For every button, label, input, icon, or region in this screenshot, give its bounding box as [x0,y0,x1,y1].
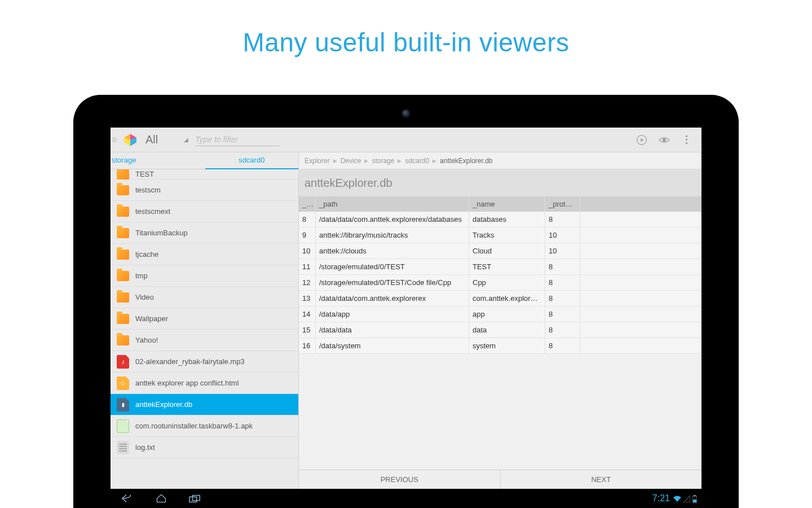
breadcrumb-segment[interactable]: storage [370,157,395,165]
file-name: TEST [135,170,154,178]
table-cell: Tracks [469,227,545,243]
file-row[interactable]: ♪02-alexander_rybak-fairytale.mp3 [111,351,298,373]
file-list-pane: storagesdcard0 TESTtestscmtestscmextTita… [111,152,299,489]
txt-icon [116,441,130,454]
android-nav-bar: 7:21 [111,489,701,508]
file-name: anttekExplorer.db [135,400,192,409]
folder-icon [116,312,130,326]
folder-icon [116,183,130,197]
column-header[interactable]: _id [299,196,316,212]
table-cell: 8 [545,275,580,290]
table-cell: 11 [299,259,316,274]
file-name: Wallpaper [135,314,168,323]
file-name: testscmext [135,207,170,216]
overflow-menu-icon[interactable] [676,135,698,145]
svg-rect-11 [192,495,200,500]
file-name: Yahoo! [135,336,158,344]
tablet-camera [402,110,410,117]
svg-rect-9 [686,142,687,144]
folder-icon [116,334,130,347]
file-row[interactable]: TitaniumBackup [111,222,298,244]
play-icon[interactable] [630,134,653,146]
table-cell: 12 [299,275,316,290]
svg-rect-14 [693,500,696,502]
tablet-frame: ≡ All ◢ storagesdcard0 TESTtestscmtestsc… [73,95,739,508]
app-icon[interactable] [123,133,138,147]
recents-button[interactable] [178,493,212,503]
table-cell: /data/data/com.anttek.explorerex [316,291,469,306]
breadcrumb-segment[interactable]: Device [339,157,363,165]
file-row[interactable]: tjcache [111,244,298,265]
tab-storage[interactable]: storage [111,152,205,169]
breadcrumb-segment[interactable]: anttekExplorer.db [439,157,493,165]
table-cell: 10 [545,243,580,259]
table-row[interactable]: 16/data/systemsystem8 [299,338,701,354]
file-row[interactable]: tmp [111,265,298,287]
column-header[interactable]: _name [469,196,545,212]
table-cell: 8 [545,259,580,274]
table-cell: anttek://library/music/tracks [316,227,469,243]
file-name: TitaniumBackup [135,229,188,237]
table-cell: 13 [299,291,316,306]
table-row[interactable]: 9anttek://library/music/tracksTracks10 [299,227,701,243]
file-name: 02-alexander_rybak-fairytale.mp3 [135,357,245,366]
status-clock: 7:21 [652,493,670,503]
db-title: anttekExplorer.db [299,169,701,196]
table-cell: 8 [545,212,580,227]
visibility-icon[interactable] [653,135,676,145]
folder-icon [116,226,130,240]
table-row[interactable]: 13/data/data/com.anttek.explorerexcom.an… [299,291,701,306]
filter-input[interactable] [195,133,280,146]
file-name: log.txt [135,443,155,452]
file-name: tmp [135,271,148,280]
table-cell: 8 [545,306,580,322]
table-row[interactable]: 10anttek://cloudsCloud10 [299,243,701,259]
previous-button[interactable]: PREVIOUS [299,470,501,489]
table-cell: /storage/emulated/0/TEST/Code file/Cpp [316,275,469,290]
breadcrumb-segment[interactable]: sdcard0 [404,157,430,165]
column-header[interactable]: _path [316,196,469,212]
file-row[interactable]: Video [111,287,298,308]
table-cell: data [469,322,545,338]
file-row[interactable]: Wallpaper [111,308,298,330]
category-spinner[interactable]: All [145,133,158,146]
folder-icon [116,169,130,181]
file-row[interactable]: testscmext [111,201,298,222]
file-row[interactable]: com.rootuninstaller.taskbarw8-1.apk [111,415,298,437]
table-row[interactable]: 14/data/appapp8 [299,306,701,322]
home-button[interactable] [144,493,178,504]
table-cell: 8 [545,338,580,353]
screen: ≡ All ◢ storagesdcard0 TESTtestscmtestsc… [111,128,701,508]
file-row[interactable]: Yahoo! [111,330,298,351]
file-row[interactable]: ▮anttekExplorer.db [111,394,298,415]
file-name: com.rootuninstaller.taskbarw8-1.apk [135,422,253,430]
drawer-toggle-icon[interactable]: ≡ [112,135,121,145]
viewer-pane: Explorer▶Device▶storage▶sdcard0▶anttekEx… [299,152,701,489]
table-row[interactable]: 8/data/data/com.anttek.explorerex/databa… [299,212,701,227]
file-row[interactable]: log.txt [111,437,298,458]
column-header[interactable]: _protocol [545,196,580,212]
breadcrumb[interactable]: Explorer▶Device▶storage▶sdcard0▶anttekEx… [299,152,701,169]
table-cell: /data/data [316,322,469,338]
breadcrumb-segment[interactable]: Explorer [303,157,331,165]
tab-sdcard0[interactable]: sdcard0 [205,152,299,169]
file-row[interactable]: testscm [111,179,298,201]
html-icon: ◇ [116,376,130,390]
action-bar: ≡ All ◢ [111,128,701,152]
next-button[interactable]: NEXT [501,470,702,489]
file-name: tjcache [135,250,158,259]
table-cell: TEST [469,259,545,274]
table-row[interactable]: 12/storage/emulated/0/TEST/Code file/Cpp… [299,275,701,291]
table-cell: system [469,338,545,353]
table-cell: /data/system [316,338,469,353]
table-row[interactable]: 15/data/datadata8 [299,322,701,338]
svg-marker-5 [641,138,643,142]
table-row[interactable]: 11/storage/emulated/0/TESTTEST8 [299,259,701,275]
file-row[interactable]: ◇anttek explorer app conflict.html [111,373,298,394]
breadcrumb-separator-icon: ▶ [331,158,339,164]
back-button[interactable] [111,493,144,504]
db-table: _id_path_name_protocol 8/data/data/com.a… [299,196,701,470]
headline: Many useful built-in viewers [0,0,812,58]
table-cell: 8 [545,322,580,338]
file-row[interactable]: TEST [111,169,298,179]
